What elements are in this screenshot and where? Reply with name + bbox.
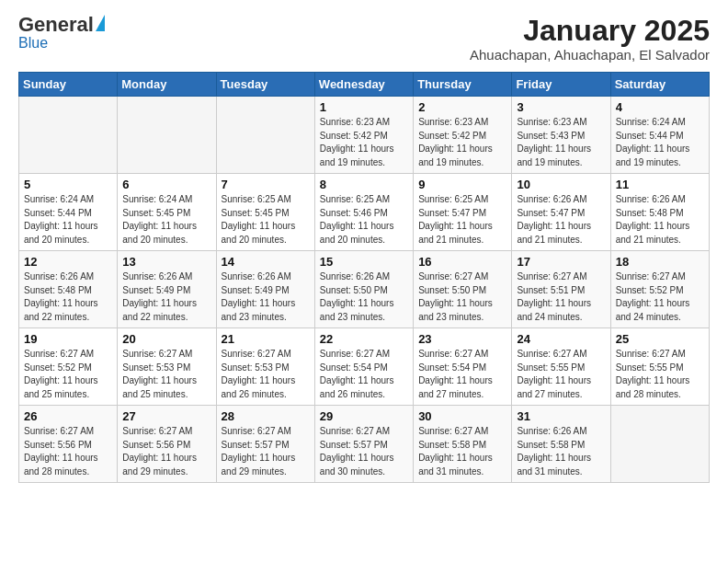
day-number: 3 xyxy=(517,100,605,114)
weekday-sunday: Sunday xyxy=(19,73,118,97)
day-number: 11 xyxy=(616,178,704,191)
calendar-cell: 28Sunrise: 6:27 AM Sunset: 5:57 PM Dayli… xyxy=(216,406,314,483)
calendar-cell: 12Sunrise: 6:26 AM Sunset: 5:48 PM Dayli… xyxy=(19,251,118,328)
month-title: January 2025 xyxy=(470,15,710,47)
calendar-cell: 3Sunrise: 6:23 AM Sunset: 5:43 PM Daylig… xyxy=(512,97,610,174)
calendar-cell: 14Sunrise: 6:26 AM Sunset: 5:49 PM Dayli… xyxy=(216,251,314,328)
calendar-cell xyxy=(216,97,314,174)
day-info: Sunrise: 6:25 AM Sunset: 5:47 PM Dayligh… xyxy=(418,193,506,247)
calendar-cell: 27Sunrise: 6:27 AM Sunset: 5:56 PM Dayli… xyxy=(118,406,216,483)
day-number: 19 xyxy=(24,332,112,346)
calendar-cell: 16Sunrise: 6:27 AM Sunset: 5:50 PM Dayli… xyxy=(414,251,512,328)
day-info: Sunrise: 6:23 AM Sunset: 5:42 PM Dayligh… xyxy=(418,116,506,169)
day-info: Sunrise: 6:24 AM Sunset: 5:44 PM Dayligh… xyxy=(616,116,704,169)
calendar-cell: 26Sunrise: 6:27 AM Sunset: 5:56 PM Dayli… xyxy=(19,406,118,483)
day-info: Sunrise: 6:23 AM Sunset: 5:42 PM Dayligh… xyxy=(320,116,408,169)
day-number: 21 xyxy=(222,332,310,346)
day-info: Sunrise: 6:26 AM Sunset: 5:47 PM Dayligh… xyxy=(517,193,605,247)
calendar-cell: 18Sunrise: 6:27 AM Sunset: 5:52 PM Dayli… xyxy=(610,251,709,328)
calendar-cell: 31Sunrise: 6:26 AM Sunset: 5:58 PM Dayli… xyxy=(512,406,610,483)
calendar-cell: 11Sunrise: 6:26 AM Sunset: 5:48 PM Dayli… xyxy=(610,174,709,251)
calendar-cell: 29Sunrise: 6:27 AM Sunset: 5:57 PM Dayli… xyxy=(314,406,413,483)
day-number: 7 xyxy=(222,178,310,191)
day-number: 29 xyxy=(320,409,408,423)
calendar-cell: 9Sunrise: 6:25 AM Sunset: 5:47 PM Daylig… xyxy=(414,174,512,251)
calendar-cell: 2Sunrise: 6:23 AM Sunset: 5:42 PM Daylig… xyxy=(414,97,512,174)
calendar-cell: 19Sunrise: 6:27 AM Sunset: 5:52 PM Dayli… xyxy=(19,328,118,406)
day-number: 6 xyxy=(122,178,210,191)
logo-general-text: General xyxy=(18,15,94,35)
day-number: 8 xyxy=(320,178,408,191)
calendar-cell xyxy=(118,97,216,174)
calendar-cell: 20Sunrise: 6:27 AM Sunset: 5:53 PM Dayli… xyxy=(118,328,216,406)
day-info: Sunrise: 6:26 AM Sunset: 5:58 PM Dayligh… xyxy=(517,425,605,478)
calendar-cell: 30Sunrise: 6:27 AM Sunset: 5:58 PM Dayli… xyxy=(414,406,512,483)
day-info: Sunrise: 6:27 AM Sunset: 5:55 PM Dayligh… xyxy=(616,348,704,401)
weekday-tuesday: Tuesday xyxy=(216,73,314,97)
weekday-thursday: Thursday xyxy=(414,73,512,97)
calendar-cell: 25Sunrise: 6:27 AM Sunset: 5:55 PM Dayli… xyxy=(610,328,709,406)
day-number: 15 xyxy=(320,255,408,269)
day-info: Sunrise: 6:26 AM Sunset: 5:48 PM Dayligh… xyxy=(24,270,112,324)
day-number: 18 xyxy=(616,255,704,269)
calendar-cell xyxy=(19,97,118,174)
day-number: 27 xyxy=(122,409,210,423)
day-number: 28 xyxy=(222,409,310,423)
calendar-cell: 23Sunrise: 6:27 AM Sunset: 5:54 PM Dayli… xyxy=(414,328,512,406)
day-info: Sunrise: 6:24 AM Sunset: 5:44 PM Dayligh… xyxy=(24,193,112,247)
location: Ahuachapan, Ahuachapan, El Salvador xyxy=(470,47,710,63)
day-info: Sunrise: 6:26 AM Sunset: 5:50 PM Dayligh… xyxy=(320,270,408,324)
day-info: Sunrise: 6:27 AM Sunset: 5:52 PM Dayligh… xyxy=(24,348,112,401)
day-number: 5 xyxy=(24,178,112,191)
weekday-wednesday: Wednesday xyxy=(314,73,413,97)
day-info: Sunrise: 6:27 AM Sunset: 5:51 PM Dayligh… xyxy=(517,270,605,324)
day-number: 14 xyxy=(222,255,310,269)
day-info: Sunrise: 6:27 AM Sunset: 5:54 PM Dayligh… xyxy=(418,348,506,401)
weekday-monday: Monday xyxy=(118,73,216,97)
logo-triangle-icon xyxy=(96,15,105,31)
day-info: Sunrise: 6:27 AM Sunset: 5:53 PM Dayligh… xyxy=(222,348,310,401)
day-info: Sunrise: 6:27 AM Sunset: 5:55 PM Dayligh… xyxy=(517,348,605,401)
calendar-cell: 21Sunrise: 6:27 AM Sunset: 5:53 PM Dayli… xyxy=(216,328,314,406)
day-info: Sunrise: 6:27 AM Sunset: 5:57 PM Dayligh… xyxy=(222,425,310,478)
day-number: 24 xyxy=(517,332,605,346)
calendar-cell: 5Sunrise: 6:24 AM Sunset: 5:44 PM Daylig… xyxy=(19,174,118,251)
day-number: 4 xyxy=(616,100,704,114)
day-number: 30 xyxy=(418,409,506,423)
day-number: 31 xyxy=(517,409,605,423)
page: General Blue January 2025 Ahuachapan, Ah… xyxy=(0,0,728,563)
day-number: 22 xyxy=(320,332,408,346)
weekday-friday: Friday xyxy=(512,73,610,97)
weekday-header-row: SundayMondayTuesdayWednesdayThursdayFrid… xyxy=(19,73,710,97)
calendar-header: SundayMondayTuesdayWednesdayThursdayFrid… xyxy=(19,73,710,97)
calendar-cell: 22Sunrise: 6:27 AM Sunset: 5:54 PM Dayli… xyxy=(314,328,413,406)
day-info: Sunrise: 6:26 AM Sunset: 5:49 PM Dayligh… xyxy=(122,270,210,324)
day-info: Sunrise: 6:27 AM Sunset: 5:53 PM Dayligh… xyxy=(122,348,210,401)
day-info: Sunrise: 6:27 AM Sunset: 5:57 PM Dayligh… xyxy=(320,425,408,478)
calendar-body: 1Sunrise: 6:23 AM Sunset: 5:42 PM Daylig… xyxy=(19,97,710,483)
day-number: 17 xyxy=(517,255,605,269)
day-info: Sunrise: 6:25 AM Sunset: 5:45 PM Dayligh… xyxy=(222,193,310,247)
title-block: January 2025 Ahuachapan, Ahuachapan, El … xyxy=(470,15,710,63)
day-info: Sunrise: 6:27 AM Sunset: 5:54 PM Dayligh… xyxy=(320,348,408,401)
day-number: 1 xyxy=(320,100,408,114)
calendar-cell: 15Sunrise: 6:26 AM Sunset: 5:50 PM Dayli… xyxy=(314,251,413,328)
day-number: 20 xyxy=(122,332,210,346)
calendar-week-5: 26Sunrise: 6:27 AM Sunset: 5:56 PM Dayli… xyxy=(19,406,710,483)
day-info: Sunrise: 6:27 AM Sunset: 5:56 PM Dayligh… xyxy=(122,425,210,478)
calendar-cell: 4Sunrise: 6:24 AM Sunset: 5:44 PM Daylig… xyxy=(610,97,709,174)
calendar-cell xyxy=(610,406,709,483)
day-info: Sunrise: 6:23 AM Sunset: 5:43 PM Dayligh… xyxy=(517,116,605,169)
calendar: SundayMondayTuesdayWednesdayThursdayFrid… xyxy=(18,72,710,483)
day-number: 10 xyxy=(517,178,605,191)
calendar-cell: 8Sunrise: 6:25 AM Sunset: 5:46 PM Daylig… xyxy=(314,174,413,251)
day-info: Sunrise: 6:24 AM Sunset: 5:45 PM Dayligh… xyxy=(122,193,210,247)
day-number: 23 xyxy=(418,332,506,346)
calendar-week-4: 19Sunrise: 6:27 AM Sunset: 5:52 PM Dayli… xyxy=(19,328,710,406)
day-number: 16 xyxy=(418,255,506,269)
day-info: Sunrise: 6:27 AM Sunset: 5:56 PM Dayligh… xyxy=(24,425,112,478)
logo: General Blue xyxy=(18,15,105,52)
weekday-saturday: Saturday xyxy=(610,73,709,97)
calendar-cell: 7Sunrise: 6:25 AM Sunset: 5:45 PM Daylig… xyxy=(216,174,314,251)
calendar-week-3: 12Sunrise: 6:26 AM Sunset: 5:48 PM Dayli… xyxy=(19,251,710,328)
